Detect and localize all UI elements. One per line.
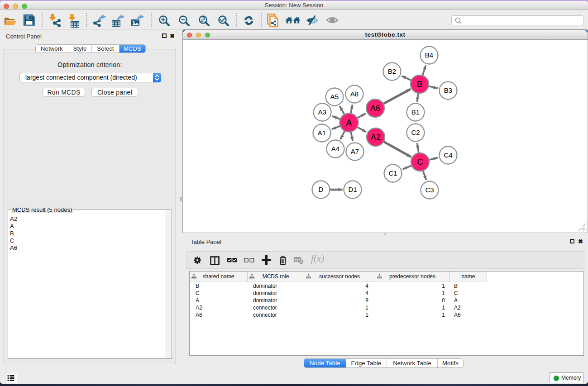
svg-text:B3: B3 bbox=[444, 86, 452, 94]
svg-text:f(x): f(x) bbox=[311, 254, 324, 264]
svg-text:D: D bbox=[319, 186, 324, 193]
svg-text:C3: C3 bbox=[425, 186, 434, 194]
svg-text:C1: C1 bbox=[388, 169, 397, 177]
svg-text:A6: A6 bbox=[370, 104, 380, 113]
svg-text:A2: A2 bbox=[371, 133, 381, 142]
svg-text:C4: C4 bbox=[444, 151, 452, 159]
svg-text:B: B bbox=[417, 80, 422, 89]
svg-text:B4: B4 bbox=[425, 51, 433, 59]
svg-text:A4: A4 bbox=[331, 145, 339, 152]
svg-text:A3: A3 bbox=[318, 108, 326, 116]
svg-text:A: A bbox=[346, 117, 352, 128]
svg-text:D1: D1 bbox=[348, 186, 357, 193]
svg-text:A8: A8 bbox=[350, 90, 359, 98]
svg-text:A7: A7 bbox=[351, 148, 359, 155]
svg-text:B2: B2 bbox=[388, 67, 396, 75]
svg-text:A5: A5 bbox=[330, 93, 339, 100]
svg-text:B1: B1 bbox=[411, 108, 420, 116]
svg-text:C: C bbox=[417, 157, 423, 167]
svg-text:A1: A1 bbox=[318, 129, 326, 137]
svg-text:C2: C2 bbox=[411, 129, 420, 136]
